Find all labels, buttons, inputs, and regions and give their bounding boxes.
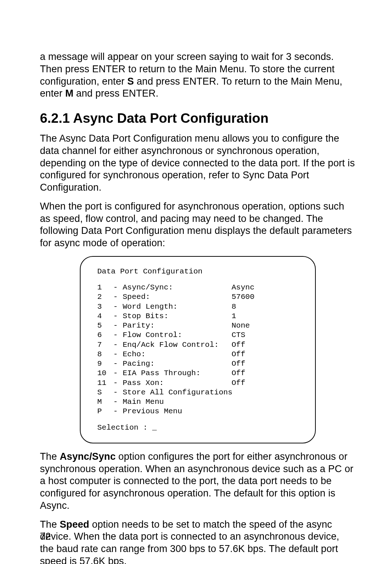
terminal-row-key: 9 [97, 359, 113, 369]
terminal-row-value: 8 [232, 302, 236, 312]
terminal-row-label: Async/Sync: [123, 283, 232, 292]
terminal-row-key: S [97, 388, 113, 397]
terminal-row-value: 57600 [232, 292, 254, 302]
terminal-row-value: Off [232, 340, 245, 350]
terminal-row-value: None [232, 321, 250, 330]
intro-paragraph: a message will appear on your screen say… [40, 51, 356, 100]
terminal-row-separator: - [113, 378, 123, 388]
terminal-row-key: M [97, 397, 113, 407]
terminal-row-separator: - [113, 407, 123, 416]
page-number: 72 [40, 531, 51, 542]
terminal-row: 10- EIA Pass Through:Off [97, 369, 298, 378]
terminal-row-separator: - [113, 388, 123, 397]
terminal-row-key: 6 [97, 330, 113, 340]
terminal-row-label: Enq/Ack Flow Control: [123, 340, 232, 350]
terminal-row-separator: - [113, 312, 123, 321]
terminal-row-label: Store All Configurations [123, 388, 232, 397]
terminal-row-key: 1 [97, 283, 113, 292]
terminal-row-label: Pacing: [123, 359, 232, 369]
terminal-row: M- Main Menu [97, 397, 298, 407]
terminal-row: 7- Enq/Ack Flow Control:Off [97, 340, 298, 350]
terminal-row-separator: - [113, 350, 123, 359]
terminal-row-key: 11 [97, 378, 113, 388]
terminal-row-separator: - [113, 321, 123, 330]
terminal-row-key: 8 [97, 350, 113, 359]
intro-key-m: M [65, 88, 74, 99]
terminal-row-label: Echo: [123, 350, 232, 359]
terminal-row: 3- Word Length:8 [97, 302, 298, 312]
terminal-row-value: CTS [232, 330, 245, 340]
terminal-row-value: Off [232, 359, 245, 369]
async-sync-bold: Async/Sync [60, 451, 115, 462]
terminal-row-value: Off [232, 378, 245, 388]
terminal-row-label: Stop Bits: [123, 312, 232, 321]
terminal-row-key: 4 [97, 312, 113, 321]
terminal-row: 2- Speed:57600 [97, 292, 298, 302]
page: a message will appear on your screen say… [0, 0, 392, 564]
terminal-row-label: EIA Pass Through: [123, 369, 232, 378]
terminal-row-label: Word Length: [123, 302, 232, 312]
terminal-row-label: Flow Control: [123, 330, 232, 340]
terminal-row-value: Off [232, 369, 245, 378]
terminal-row: 6- Flow Control:CTS [97, 330, 298, 340]
terminal-row-label: Pass Xon: [123, 378, 232, 388]
terminal-row-label: Main Menu [123, 397, 232, 407]
terminal-prompt: Selection : _ [97, 423, 298, 433]
async-text-pre: The [40, 451, 60, 462]
terminal-row-separator: - [113, 340, 123, 350]
speed-bold: Speed [60, 519, 89, 530]
terminal-screen: Data Port Configuration 1- Async/Sync:As… [80, 256, 316, 443]
terminal-row-value: 1 [232, 312, 236, 321]
terminal-row-key: 2 [97, 292, 113, 302]
intro-text-3: and press ENTER. [73, 88, 158, 99]
desc-paragraph-2: When the port is configured for asynchro… [40, 200, 356, 249]
terminal-row-separator: - [113, 302, 123, 312]
terminal-row-key: P [97, 407, 113, 416]
async-sync-paragraph: The Async/Sync option configures the por… [40, 451, 356, 512]
terminal-row-value: Async [232, 283, 254, 292]
terminal-row: 5- Parity:None [97, 321, 298, 330]
terminal-row: P- Previous Menu [97, 407, 298, 416]
terminal-row-label: Previous Menu [123, 407, 232, 416]
terminal-row-separator: - [113, 292, 123, 302]
terminal-container: Data Port Configuration 1- Async/Sync:As… [40, 256, 356, 443]
terminal-row-value: Off [232, 350, 245, 359]
terminal-row-label: Speed: [123, 292, 232, 302]
terminal-rows: 1- Async/Sync:Async2- Speed:576003- Word… [97, 283, 298, 417]
terminal-row-key: 10 [97, 369, 113, 378]
terminal-row: 4- Stop Bits:1 [97, 312, 298, 321]
section-heading: 6.2.1 Async Data Port Configuration [40, 111, 356, 126]
terminal-row: 1- Async/Sync:Async [97, 283, 298, 292]
terminal-row-label: Parity: [123, 321, 232, 330]
terminal-row-key: 7 [97, 340, 113, 350]
terminal-title: Data Port Configuration [97, 267, 298, 276]
intro-key-s: S [127, 76, 134, 87]
terminal-row-separator: - [113, 359, 123, 369]
terminal-row-key: 3 [97, 302, 113, 312]
terminal-row-separator: - [113, 397, 123, 407]
terminal-row-separator: - [113, 369, 123, 378]
terminal-row-separator: - [113, 330, 123, 340]
terminal-row-key: 5 [97, 321, 113, 330]
terminal-row: S- Store All Configurations [97, 388, 298, 397]
desc-paragraph-1: The Async Data Port Configuration menu a… [40, 133, 356, 194]
terminal-row: 9- Pacing:Off [97, 359, 298, 369]
speed-paragraph: The Speed option needs to be set to matc… [40, 519, 356, 564]
terminal-row: 8- Echo:Off [97, 350, 298, 359]
terminal-row: 11- Pass Xon:Off [97, 378, 298, 388]
terminal-row-separator: - [113, 283, 123, 292]
speed-text-pre: The [40, 519, 60, 530]
